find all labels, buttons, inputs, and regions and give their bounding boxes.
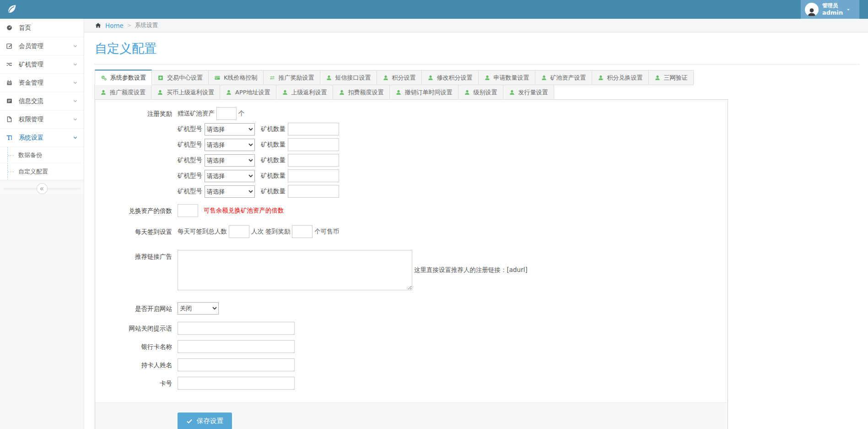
sidebar-item-label: 矿机管理: [19, 60, 73, 69]
machine-model-label: 矿机型号: [178, 141, 202, 149]
sidebar-item-members[interactable]: 会员管理: [0, 37, 84, 55]
site-closed-tip-input[interactable]: [178, 322, 295, 335]
chevron-down-icon: [73, 80, 78, 85]
sidebar-collapse-toggle[interactable]: [37, 183, 48, 194]
user-icon: [383, 75, 389, 81]
tab-buy-upline-rebate[interactable]: 买币上级返利设置: [151, 85, 220, 100]
tab-pool-asset[interactable]: 矿池资产设置: [535, 70, 592, 85]
sidebar-item-label: 信息交流: [19, 97, 73, 105]
tab-fee-quota[interactable]: 扣费额度设置: [333, 85, 390, 100]
angle-double-left-icon: [39, 186, 44, 191]
list-icon: [6, 98, 15, 105]
tab-label: 矿池资产设置: [550, 74, 586, 82]
sidebar-item-home[interactable]: 首页: [0, 19, 84, 37]
breadcrumb-separator: >: [127, 22, 131, 28]
tab-label: 级别设置: [474, 88, 497, 97]
user-icon: [541, 75, 548, 81]
tab-points[interactable]: 积分设置: [377, 70, 422, 85]
sidebar-item-funds[interactable]: 资金管理: [0, 74, 84, 92]
breadcrumb-current: 系统设置: [135, 22, 158, 29]
sidebar-item-miners[interactable]: 矿机管理: [0, 55, 84, 74]
signin-reward-input[interactable]: [292, 225, 313, 238]
card-number-input[interactable]: [178, 377, 295, 390]
tab-cancel-order-time[interactable]: 撤销订单时间设置: [389, 85, 458, 100]
tab-apply-qty[interactable]: 申请数量设置: [478, 70, 535, 85]
sidebar-item-label: 权限管理: [19, 115, 73, 124]
gift-asset-line: 赠送矿池资产 个: [178, 107, 339, 120]
machine-qty-input-2[interactable]: [288, 138, 339, 151]
field-label: 卡号: [95, 377, 178, 388]
exchange-multiple-input[interactable]: [178, 204, 198, 217]
machine-qty-label: 矿机数量: [261, 172, 286, 180]
person-icon: [806, 7, 817, 16]
machine-model-select-4[interactable]: 请选择: [205, 170, 255, 182]
sidebar-item-label: 系统设置: [19, 134, 73, 142]
field-label: 注册奖励: [95, 107, 178, 118]
machine-model-select-1[interactable]: 请选择: [205, 123, 255, 136]
machine-qty-input-5[interactable]: [288, 185, 339, 198]
save-button[interactable]: 保存设置: [178, 413, 232, 429]
field-label: 网站关闭提示语: [95, 322, 178, 333]
sidebar-item-system-settings[interactable]: 系统设置: [0, 129, 84, 147]
sidebar-subitem-custom-config[interactable]: 自定义配置: [0, 163, 84, 180]
tab-trade-center[interactable]: 交易中心设置: [151, 70, 209, 85]
card-holder-input[interactable]: [178, 358, 295, 371]
bank-name-input[interactable]: [178, 340, 295, 353]
field-label: 推荐链接广告: [95, 250, 178, 261]
site-open-select[interactable]: 关闭: [178, 302, 219, 315]
user-icon: [598, 75, 604, 81]
sidebar-item-label: 资金管理: [19, 79, 73, 87]
machine-line: 矿机型号 请选择 矿机数量: [178, 169, 339, 182]
machine-line: 矿机型号 请选择 矿机数量: [178, 138, 339, 151]
machine-model-select-2[interactable]: 请选择: [205, 139, 255, 151]
exchange-multiple-row: 兑换资产的倍数 可售余额兑换矿池资产的倍数: [95, 204, 728, 217]
machine-model-label: 矿机型号: [178, 125, 202, 133]
gift-unit-text: 个: [238, 109, 245, 118]
tab-edit-points[interactable]: 修改积分设置: [421, 70, 479, 85]
tab-promo-quota[interactable]: 推广额度设置: [94, 85, 151, 100]
tab-label: APP地址设置: [235, 88, 270, 97]
tab-level[interactable]: 级别设置: [458, 85, 503, 100]
brand-logo[interactable]: [0, 0, 84, 19]
machine-model-select-3[interactable]: 请选择: [205, 154, 255, 167]
tab-kline-price[interactable]: K线价格控制: [208, 70, 264, 85]
tab-label: 交易中心设置: [167, 74, 203, 82]
calendar-icon: [6, 79, 15, 87]
referral-ad-textarea[interactable]: [178, 250, 412, 290]
chevron-down-icon: [73, 135, 78, 140]
chevron-down-icon: [73, 43, 78, 49]
machine-model-select-5[interactable]: 请选择: [205, 185, 255, 198]
signin-total-input[interactable]: [229, 225, 249, 238]
user-icon: [427, 75, 434, 81]
sidebar-filler: [0, 197, 84, 429]
settings-form: 注册奖励 赠送矿池资产 个 矿机型号 请选择 矿机数量: [95, 100, 728, 402]
cogs-icon: [101, 75, 108, 81]
tab-label: 推广奖励设置: [279, 74, 314, 82]
sidebar-item-messages[interactable]: 信息交流: [0, 92, 84, 110]
sidebar-subitem-data-backup[interactable]: 数据备份: [0, 147, 84, 163]
breadcrumb-home-link[interactable]: Home: [105, 22, 124, 29]
text-height-icon: [6, 134, 15, 141]
tab-points-exchange[interactable]: 积分兑换设置: [592, 70, 649, 85]
site-switch-row: 是否开启网站 关闭: [95, 302, 728, 315]
tab-issuance[interactable]: 发行量设置: [503, 85, 554, 100]
panel-footer: 保存设置: [95, 402, 728, 429]
machine-qty-input-1[interactable]: [288, 123, 339, 136]
tab-promo-reward[interactable]: 推广奖励设置: [263, 70, 320, 85]
machine-qty-label: 矿机数量: [261, 187, 286, 195]
sidebar-item-permissions[interactable]: 权限管理: [0, 110, 84, 129]
tab-sms-api[interactable]: 短信接口设置: [320, 70, 377, 85]
tab-app-address[interactable]: APP地址设置: [220, 85, 276, 100]
exchange-icon: [269, 75, 276, 81]
top-navbar: 管理员 admin: [0, 0, 868, 19]
tab-upline-rebate[interactable]: 上级返利设置: [276, 85, 333, 100]
machine-qty-input-3[interactable]: [288, 154, 339, 167]
user-icon: [339, 89, 345, 96]
user-menu[interactable]: 管理员 admin: [801, 0, 859, 19]
sidebar-subitem-label: 自定义配置: [18, 168, 48, 176]
tab-triple-verify[interactable]: 三网验证: [648, 70, 694, 85]
check-icon: [186, 418, 193, 424]
tab-system-params[interactable]: 系统参数设置: [95, 70, 152, 85]
machine-qty-input-4[interactable]: [288, 169, 339, 182]
gift-count-input[interactable]: [216, 107, 237, 120]
